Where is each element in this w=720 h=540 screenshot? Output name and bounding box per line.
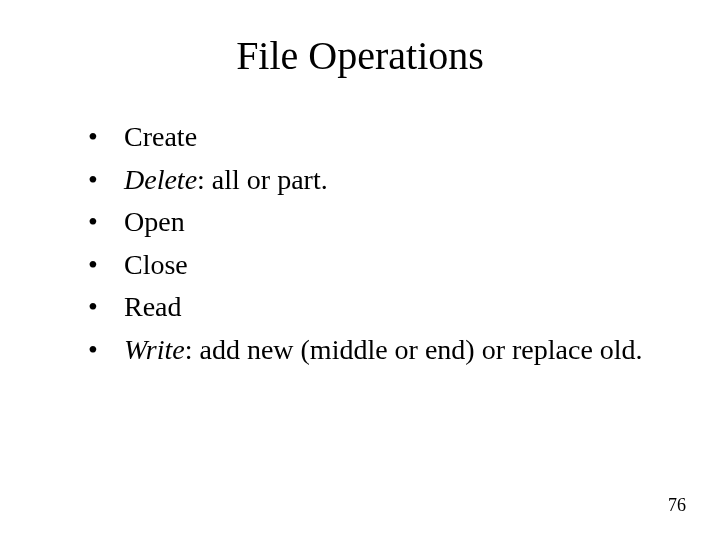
bullet-icon: • (88, 117, 98, 158)
bullet-icon: • (88, 287, 98, 328)
bullet-text: Open (124, 206, 185, 237)
bullet-text: : add new (middle or end) or replace old… (185, 334, 643, 365)
list-item: • Read (88, 287, 660, 328)
list-item: • Delete: all or part. (88, 160, 660, 201)
slide-title: File Operations (60, 32, 660, 79)
bullet-text: : all or part. (197, 164, 328, 195)
list-item: • Close (88, 245, 660, 286)
bullet-em: Delete (124, 164, 197, 195)
bullet-icon: • (88, 245, 98, 286)
bullet-icon: • (88, 330, 98, 371)
bullet-icon: • (88, 160, 98, 201)
bullet-text: Close (124, 249, 188, 280)
bullet-em: Write (124, 334, 185, 365)
list-item: • Write: add new (middle or end) or repl… (88, 330, 660, 371)
list-item: • Open (88, 202, 660, 243)
bullet-text: Create (124, 121, 197, 152)
list-item: • Create (88, 117, 660, 158)
page-number: 76 (668, 495, 686, 516)
bullet-text: Read (124, 291, 182, 322)
bullet-icon: • (88, 202, 98, 243)
bullet-list: • Create • Delete: all or part. • Open •… (60, 117, 660, 371)
slide: File Operations • Create • Delete: all o… (0, 0, 720, 540)
